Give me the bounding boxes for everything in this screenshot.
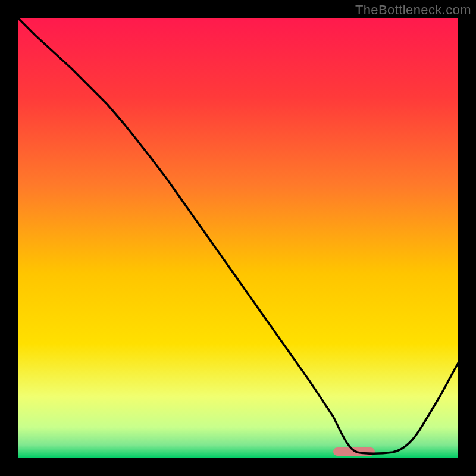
chart-container: TheBottleneck.com [0,0,476,476]
watermark-text: TheBottleneck.com [355,2,471,18]
bottleneck-chart [0,0,476,476]
gradient-background [18,18,458,458]
plot-area [0,0,476,476]
